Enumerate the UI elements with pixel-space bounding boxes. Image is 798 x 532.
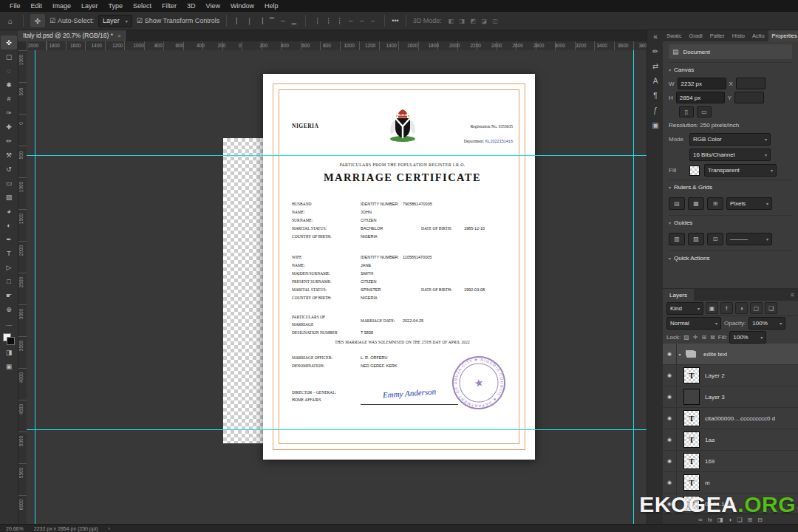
blend-mode-select[interactable]: Normal ▾: [666, 317, 721, 330]
color-swatches[interactable]: [3, 333, 15, 345]
distribute-v-bottom-icon[interactable]: ┆: [335, 16, 344, 26]
close-icon[interactable]: ×: [117, 33, 121, 39]
distribute-h-center-icon[interactable]: ┄: [357, 16, 366, 26]
blur-tool[interactable]: ◕: [1, 204, 17, 218]
horizontal-guide[interactable]: [27, 155, 647, 156]
layer-row[interactable]: ◉ Layer 3: [663, 386, 798, 408]
screen-mode-button[interactable]: ▣: [1, 359, 17, 373]
opacity-select[interactable]: 100% ▾: [748, 317, 785, 330]
quick-actions-section-header[interactable]: ▾ Quick Actions: [669, 250, 792, 264]
align-right-icon[interactable]: ▕: [256, 16, 265, 26]
layer-name[interactable]: cita000000....ccccccccc0 d: [705, 415, 775, 422]
3d-scale-icon[interactable]: ◫: [491, 16, 500, 26]
marriage-certificate-document[interactable]: NIGERIA: [263, 74, 535, 460]
filter-type-layers-icon[interactable]: T: [720, 302, 733, 314]
layer-name[interactable]: edite text: [703, 351, 727, 358]
brush-settings-panel-icon[interactable]: ✏: [652, 47, 658, 55]
brush-tool[interactable]: ✏: [1, 134, 17, 148]
layer-visibility-icon[interactable]: ◉: [663, 386, 677, 407]
tab-actions[interactable]: Actio: [748, 30, 768, 41]
glyphs-panel-icon[interactable]: ƒ: [653, 106, 658, 115]
document-viewport[interactable]: NIGERIA: [27, 50, 647, 525]
distribute-v-top-icon[interactable]: ┆: [313, 16, 322, 26]
menu-3d[interactable]: 3D: [182, 2, 201, 10]
menu-select[interactable]: Select: [128, 2, 157, 10]
guides-section-header[interactable]: ▾ Guides: [669, 215, 792, 228]
shape-tool[interactable]: □: [1, 274, 17, 288]
lock-guides-button[interactable]: ⊡: [707, 233, 723, 245]
quick-mask-button[interactable]: ◨: [1, 345, 17, 359]
x-input[interactable]: [736, 78, 765, 89]
tab-gradients[interactable]: Gradi: [685, 30, 706, 41]
lock-all-icon[interactable]: ⊠: [709, 334, 716, 341]
menu-view[interactable]: View: [201, 2, 225, 10]
align-center-h-icon[interactable]: │: [245, 16, 254, 26]
character-panel-icon[interactable]: A: [653, 77, 658, 85]
menu-help[interactable]: Help: [259, 2, 284, 10]
toggle-pixel-grid-button[interactable]: ⊞: [707, 197, 723, 210]
background-color-swatch[interactable]: [7, 337, 15, 345]
crop-tool[interactable]: #: [1, 92, 17, 106]
type-tool[interactable]: T: [1, 246, 17, 260]
menu-edit[interactable]: Edit: [26, 2, 48, 10]
path-selection-tool[interactable]: ▷: [1, 260, 17, 274]
zoom-tool[interactable]: ⊕: [1, 302, 17, 316]
menu-file[interactable]: File: [4, 2, 26, 10]
pen-tool[interactable]: ✒: [1, 232, 17, 246]
layers-tab[interactable]: Layers: [663, 289, 694, 301]
zoom-level[interactable]: 20.66%: [6, 526, 24, 531]
filter-pixel-layers-icon[interactable]: ▣: [706, 302, 718, 314]
history-brush-tool[interactable]: ↺: [1, 162, 17, 176]
vertical-guide[interactable]: [633, 50, 634, 525]
new-guide-button[interactable]: ▥: [669, 233, 685, 245]
bit-depth-select[interactable]: 16 Bits/Channel ▾: [689, 149, 771, 161]
filter-smart-objects-icon[interactable]: ❏: [765, 302, 777, 314]
layer-name[interactable]: Layer 3: [705, 394, 725, 400]
layer-name[interactable]: 169: [705, 458, 715, 465]
guide-layout-button[interactable]: ▨: [688, 233, 704, 245]
filter-adjustment-layers-icon[interactable]: ◑: [735, 302, 748, 314]
align-top-icon[interactable]: ▔: [267, 16, 276, 26]
toggle-grid-button[interactable]: ▦: [688, 197, 704, 210]
edit-toolbar-button[interactable]: …: [1, 316, 17, 330]
canvas-section-header[interactable]: ▾ Canvas: [669, 62, 792, 75]
move-tool[interactable]: ✜: [1, 35, 17, 50]
rulers-grids-section-header[interactable]: ▾ Rulers & Grids: [669, 180, 792, 193]
menu-type[interactable]: Type: [103, 2, 129, 10]
3d-slide-icon[interactable]: ◪: [480, 16, 489, 26]
distribute-h-left-icon[interactable]: ┄: [346, 16, 355, 26]
document-tab[interactable]: Italy id.psd @ 20.7% (RGB/16) * ×: [18, 30, 127, 41]
menu-layer[interactable]: Layer: [76, 2, 103, 10]
layer-visibility-icon[interactable]: ◉: [663, 344, 677, 364]
filter-shape-layers-icon[interactable]: ▢: [750, 302, 763, 314]
show-transform-checkbox[interactable]: ☑ Show Transform Controls: [137, 17, 220, 24]
width-input[interactable]: 2232 px: [678, 78, 726, 89]
layer-name[interactable]: 1aa: [705, 437, 715, 443]
document-properties-row[interactable]: ▤ Document: [669, 44, 792, 59]
toggle-rulers-button[interactable]: ▤: [669, 197, 685, 210]
layer-visibility-icon[interactable]: ◉: [663, 429, 677, 450]
layer-visibility-icon[interactable]: ◉: [663, 451, 677, 471]
hand-tool[interactable]: ☛: [1, 288, 17, 302]
healing-brush-tool[interactable]: ✚: [1, 120, 17, 134]
home-icon[interactable]: ⌂: [4, 17, 16, 25]
3d-roll-icon[interactable]: ◨: [457, 16, 467, 26]
layer-row[interactable]: ◉ T 169: [663, 451, 798, 472]
fill-select[interactable]: Transparent ▾: [704, 164, 777, 177]
auto-select-checkbox[interactable]: ☑ Auto-Select:: [50, 17, 94, 24]
more-options-button[interactable]: •••: [392, 17, 398, 24]
layer-row[interactable]: ◉ T m: [663, 472, 798, 494]
tab-swatches[interactable]: Swatc: [663, 30, 685, 41]
lasso-tool[interactable]: ◌: [1, 64, 17, 78]
libraries-panel-icon[interactable]: ▣: [652, 121, 658, 129]
units-select[interactable]: Pixels ▾: [726, 197, 772, 210]
layer-row[interactable]: ◉ T cita000000....ccccccccc0 d: [663, 408, 798, 429]
align-center-v-icon[interactable]: ─: [278, 16, 287, 26]
fill-select[interactable]: 100% ▾: [729, 331, 766, 344]
landscape-orientation-button[interactable]: ▭: [697, 106, 712, 117]
distribute-v-center-icon[interactable]: ┆: [324, 16, 333, 26]
lock-position-icon[interactable]: ✛: [692, 334, 699, 341]
checkbox-icon[interactable]: ☑: [50, 17, 55, 24]
vertical-guide[interactable]: [35, 50, 35, 525]
auto-select-dropdown[interactable]: Layer ▾: [98, 15, 132, 27]
